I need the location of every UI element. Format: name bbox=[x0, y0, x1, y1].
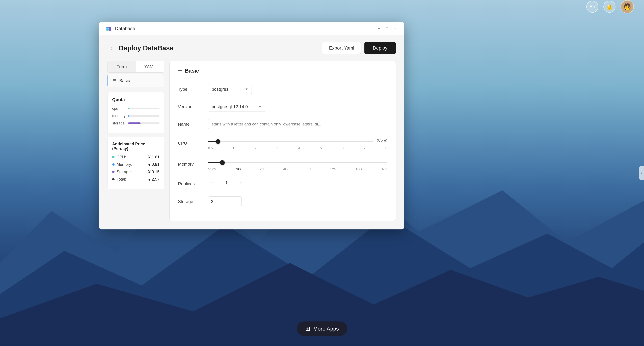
quota-bar-track-cpu bbox=[128, 108, 160, 109]
replicas-plus-button[interactable]: + bbox=[237, 179, 245, 187]
price-row-total: Total: ¥ 2.57 bbox=[112, 177, 160, 182]
quota-bar-track-storage bbox=[128, 122, 160, 124]
export-yaml-button[interactable]: Export Yaml bbox=[322, 42, 361, 54]
price-label-memory: Memory: bbox=[116, 162, 146, 167]
field-label-version: Version bbox=[178, 104, 208, 109]
cpu-tick-1: 1 bbox=[233, 146, 234, 150]
sidebar-item-basic-label: Basic bbox=[119, 78, 130, 83]
price-value-storage: ¥ 0.15 bbox=[148, 169, 160, 174]
price-dot-memory bbox=[112, 163, 114, 165]
app-logo: Database bbox=[106, 25, 135, 32]
cpu-tick-4: 4 bbox=[298, 146, 300, 150]
quota-row-storage: storage bbox=[112, 121, 160, 125]
memory-tick-3: 4G bbox=[283, 167, 288, 171]
close-button[interactable]: × bbox=[393, 26, 398, 31]
logo-icon bbox=[106, 25, 112, 32]
form-section-header: ☰ Basic bbox=[178, 68, 387, 77]
price-value-total: ¥ 2.57 bbox=[148, 177, 160, 182]
cpu-slider-thumb[interactable] bbox=[216, 139, 220, 144]
field-version: Version postgresql-12.14.0 ▼ bbox=[178, 102, 387, 112]
svg-rect-2 bbox=[109, 27, 111, 31]
price-label-total: Total: bbox=[116, 177, 146, 182]
cpu-tick-8: 8 bbox=[386, 146, 387, 150]
price-label-storage: Storage: bbox=[116, 169, 146, 174]
more-apps-bar[interactable]: ⊞ More Apps bbox=[297, 321, 347, 336]
right-edge-handle[interactable]: ‹ bbox=[639, 166, 644, 180]
memory-slider-track bbox=[208, 162, 387, 163]
header-actions: Export Yaml Deploy bbox=[322, 42, 396, 54]
type-select[interactable]: postgres ▼ bbox=[208, 84, 252, 94]
version-select[interactable]: postgresql-12.14.0 ▼ bbox=[208, 102, 265, 112]
titlebar: Database − □ × bbox=[99, 22, 404, 35]
quota-label-cpu: cpu bbox=[112, 106, 126, 111]
replicas-value: 1 bbox=[216, 180, 237, 186]
field-storage: Storage Gi ▲ ▼ bbox=[178, 196, 387, 207]
replicas-minus-button[interactable]: − bbox=[208, 179, 216, 187]
field-label-name: Name bbox=[178, 122, 208, 127]
cpu-tick-6: 6 bbox=[342, 146, 344, 150]
price-value-cpu: ¥ 1.61 bbox=[148, 155, 160, 159]
window-controls: − □ × bbox=[377, 26, 398, 31]
price-row-cpu: CPU: ¥ 1.61 bbox=[112, 155, 160, 159]
name-input[interactable] bbox=[208, 119, 387, 129]
tab-form[interactable]: Form bbox=[108, 61, 136, 72]
basic-icon: ☰ bbox=[113, 78, 116, 83]
storage-number-input[interactable] bbox=[208, 197, 242, 207]
type-select-value: postgres bbox=[212, 87, 228, 92]
form-section-icon: ☰ bbox=[178, 68, 182, 74]
name-control bbox=[208, 119, 387, 129]
cpu-slider-row: (Core) bbox=[208, 138, 387, 145]
tab-yaml[interactable]: YAML bbox=[136, 61, 164, 72]
quota-bar-fill-storage bbox=[128, 122, 140, 124]
topbar-actions: En 🔔 🧑 bbox=[586, 0, 634, 14]
back-icon: ‹ bbox=[110, 45, 112, 51]
form-yaml-tabs: Form YAML bbox=[107, 61, 164, 73]
minimize-button[interactable]: − bbox=[377, 26, 381, 31]
replicas-control: − 1 + bbox=[208, 179, 387, 189]
svg-rect-1 bbox=[106, 29, 109, 31]
avatar[interactable]: 🧑 bbox=[620, 0, 634, 14]
pricing-section: Anticipated Price (Perday) CPU: ¥ 1.61 M… bbox=[107, 137, 164, 189]
field-label-storage: Storage bbox=[178, 199, 208, 204]
storage-input-wrapper: Gi ▲ ▼ bbox=[208, 196, 242, 207]
storage-control: Gi ▲ ▼ bbox=[208, 196, 387, 207]
field-type: Type postgres ▼ bbox=[178, 84, 387, 94]
price-value-memory: ¥ 0.81 bbox=[148, 162, 160, 167]
type-select-arrow: ▼ bbox=[245, 87, 248, 91]
app-title: Database bbox=[115, 26, 135, 31]
version-select-value: postgresql-12.14.0 bbox=[212, 104, 248, 109]
topbar: En 🔔 🧑 bbox=[0, 0, 644, 14]
memory-slider-container: 512Mi 1G 2G 4G 8G 12G 16G 32G bbox=[208, 159, 387, 171]
deploy-button[interactable]: Deploy bbox=[364, 42, 396, 54]
cpu-slider-wrapper bbox=[208, 138, 373, 145]
memory-tick-5: 12G bbox=[330, 167, 336, 171]
window-body: ‹ Deploy DataBase Export Yaml Deploy For… bbox=[99, 35, 404, 229]
cpu-slider-labels: 0.5 1 2 3 4 5 6 7 8 bbox=[208, 146, 387, 150]
memory-tick-2: 2G bbox=[260, 167, 264, 171]
quota-row-cpu: cpu bbox=[112, 106, 160, 111]
cpu-tick-5: 5 bbox=[320, 146, 322, 150]
memory-slider-wrapper bbox=[208, 159, 387, 166]
price-label-cpu: CPU: bbox=[116, 155, 146, 159]
language-button[interactable]: En bbox=[586, 1, 598, 13]
page-title-row: ‹ Deploy DataBase bbox=[107, 44, 174, 52]
cpu-tick-7: 7 bbox=[364, 146, 366, 150]
field-name: Name bbox=[178, 119, 387, 129]
sidebar-nav: ☰ Basic bbox=[107, 74, 164, 87]
memory-tick-6: 16G bbox=[356, 167, 362, 171]
back-button[interactable]: ‹ bbox=[107, 44, 116, 52]
cpu-slider-track bbox=[208, 141, 373, 142]
price-dot-storage bbox=[112, 171, 114, 173]
notification-button[interactable]: 🔔 bbox=[604, 1, 616, 13]
memory-tick-1: 1G bbox=[236, 167, 241, 171]
field-label-replicas: Replicas bbox=[178, 181, 208, 187]
field-memory: Memory 512Mi 1G 2G 4G bbox=[178, 157, 387, 171]
field-label-memory: Memory bbox=[178, 159, 208, 167]
field-replicas: Replicas − 1 + bbox=[178, 179, 387, 189]
maximize-button[interactable]: □ bbox=[385, 26, 390, 31]
cpu-slider-container: (Core) 0.5 1 2 3 4 5 6 7 8 bbox=[208, 138, 387, 150]
quota-section: Quota cpu memory storage bbox=[107, 92, 164, 133]
sidebar-item-basic[interactable]: ☰ Basic bbox=[108, 74, 164, 87]
memory-slider-thumb[interactable] bbox=[220, 160, 225, 165]
version-select-arrow: ▼ bbox=[258, 105, 262, 109]
